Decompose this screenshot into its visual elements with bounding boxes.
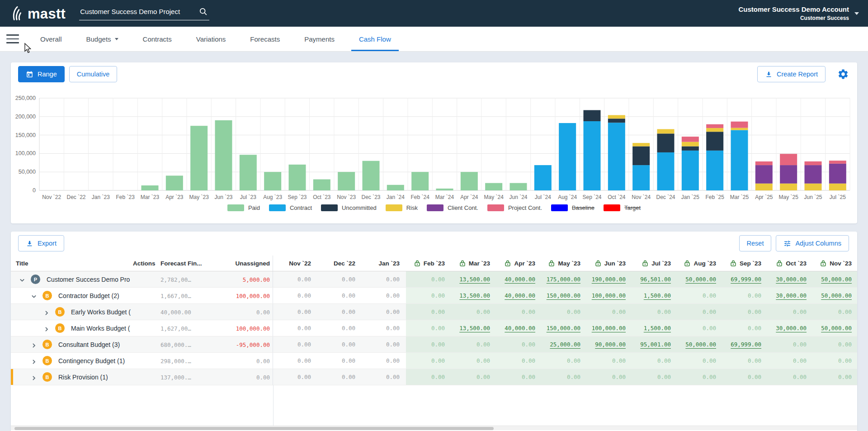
adjust-columns-button[interactable]: Adjust Columns bbox=[776, 235, 849, 251]
bar-segment[interactable] bbox=[608, 118, 625, 123]
legend-item-client-cont-[interactable]: Client Cont. bbox=[427, 204, 478, 211]
tab-variations[interactable]: Variations bbox=[184, 27, 238, 51]
bar-segment[interactable] bbox=[411, 172, 429, 190]
table-row[interactable]: BMain Works Budget (1,627,00…100,000.000… bbox=[11, 320, 857, 336]
bar-segment[interactable] bbox=[755, 165, 773, 184]
legend-item-risk[interactable]: Risk bbox=[386, 204, 418, 211]
bar-segment[interactable] bbox=[731, 122, 748, 128]
bar-segment[interactable] bbox=[632, 165, 650, 190]
column-header[interactable]: Unassigned bbox=[235, 260, 270, 267]
cashflow-value-link[interactable]: 50,000.00 bbox=[821, 276, 852, 283]
bar-segment[interactable] bbox=[657, 152, 675, 190]
bar-segment[interactable] bbox=[805, 184, 822, 190]
cashflow-value-link[interactable]: 175,000.00 bbox=[547, 276, 580, 283]
column-header[interactable]: Actions bbox=[133, 260, 156, 267]
bar-segment[interactable] bbox=[559, 123, 576, 190]
bar-segment[interactable] bbox=[461, 172, 478, 190]
tab-payments[interactable]: Payments bbox=[292, 27, 347, 51]
bar-segment[interactable] bbox=[829, 184, 846, 190]
cashflow-value-link[interactable]: 30,000.00 bbox=[776, 292, 807, 299]
legend-item-contract[interactable]: Contract bbox=[269, 204, 312, 211]
cumulative-button[interactable]: Cumulative bbox=[69, 66, 118, 82]
month-column-header[interactable]: Dec `22 bbox=[317, 256, 362, 271]
cashflow-value-link[interactable]: 1,500.00 bbox=[644, 292, 671, 299]
bar-segment[interactable] bbox=[657, 133, 675, 152]
bar-segment[interactable] bbox=[682, 151, 699, 190]
cashflow-value-link[interactable]: 30,000.00 bbox=[776, 325, 807, 332]
chart-settings-button[interactable] bbox=[837, 68, 849, 80]
bar-segment[interactable] bbox=[682, 142, 699, 147]
mastt-logo[interactable]: mastt bbox=[0, 6, 66, 21]
bar-segment[interactable] bbox=[780, 165, 797, 184]
chevron-down-icon[interactable] bbox=[19, 277, 25, 282]
bar-segment[interactable] bbox=[363, 161, 380, 190]
month-column-header[interactable]: Oct `23 bbox=[768, 256, 813, 271]
row-title[interactable]: Customer Success Demo Pro bbox=[47, 276, 130, 283]
bar-segment[interactable] bbox=[829, 164, 846, 184]
bar-segment[interactable] bbox=[731, 130, 748, 190]
month-column-header[interactable]: Apr `23 bbox=[496, 256, 542, 271]
cashflow-value-link[interactable]: 25,000.00 bbox=[550, 341, 580, 348]
month-column-header[interactable]: Nov `23 bbox=[813, 256, 857, 271]
cashflow-value-link[interactable]: 40,000.00 bbox=[505, 276, 535, 283]
chevron-right-icon[interactable] bbox=[31, 374, 37, 380]
legend-item-baseline[interactable]: Baseline bbox=[551, 204, 594, 211]
cashflow-value-link[interactable]: 40,000.00 bbox=[505, 325, 535, 332]
row-title[interactable]: Main Works Budget ( bbox=[71, 325, 130, 332]
month-column-header[interactable]: Jun `23 bbox=[587, 256, 632, 271]
cashflow-value-link[interactable]: 150,000.00 bbox=[547, 292, 580, 299]
bar-segment[interactable] bbox=[584, 110, 601, 121]
row-title[interactable]: Contractor Budget (2) bbox=[58, 292, 119, 299]
cashflow-value-link[interactable]: 50,000.00 bbox=[685, 276, 716, 283]
scrollbar-thumb[interactable] bbox=[14, 427, 494, 430]
range-button[interactable]: Range bbox=[18, 66, 65, 82]
bar-segment[interactable] bbox=[534, 165, 552, 190]
tab-overall[interactable]: Overall bbox=[28, 27, 74, 51]
table-row[interactable]: BConsultant Budget (3)680,000.…-95,000.0… bbox=[11, 336, 857, 353]
month-column-header[interactable]: Jan `23 bbox=[362, 256, 406, 271]
cashflow-value-link[interactable]: 50,000.00 bbox=[685, 341, 716, 348]
row-title[interactable]: Consultant Budget (3) bbox=[58, 341, 120, 348]
legend-item-paid[interactable]: Paid bbox=[227, 204, 260, 211]
reset-button[interactable]: Reset bbox=[739, 235, 772, 251]
account-caret-icon[interactable] bbox=[854, 12, 859, 15]
tab-forecasts[interactable]: Forecasts bbox=[238, 27, 292, 51]
bar-segment[interactable] bbox=[706, 151, 723, 190]
bar-segment[interactable] bbox=[338, 172, 355, 190]
column-header[interactable]: Forecast Fin... bbox=[160, 260, 202, 267]
bar-segment[interactable] bbox=[608, 115, 625, 119]
tab-budgets[interactable]: Budgets bbox=[74, 27, 131, 51]
cashflow-value-link[interactable]: 50,000.00 bbox=[821, 292, 852, 299]
month-column-header[interactable]: Sep `23 bbox=[722, 256, 768, 271]
bar-segment[interactable] bbox=[313, 180, 330, 190]
month-column-header[interactable]: Nov `22 bbox=[273, 256, 317, 271]
chevron-right-icon[interactable] bbox=[44, 309, 49, 315]
tab-cash-flow[interactable]: Cash Flow bbox=[347, 27, 403, 51]
bar-segment[interactable] bbox=[142, 185, 159, 190]
search-icon[interactable] bbox=[199, 7, 208, 16]
bar-segment[interactable] bbox=[731, 128, 748, 130]
create-report-button[interactable]: Create Report bbox=[757, 66, 826, 82]
cashflow-value-link[interactable]: 95,001.00 bbox=[640, 341, 671, 348]
bar-segment[interactable] bbox=[805, 165, 822, 184]
bar-segment[interactable] bbox=[436, 189, 453, 190]
chevron-right-icon[interactable] bbox=[31, 342, 37, 347]
chevron-right-icon[interactable] bbox=[44, 326, 49, 331]
table-row[interactable]: BContractor Budget (2)1,667,00…100,000.0… bbox=[11, 288, 857, 304]
cashflow-value-link[interactable]: 69,999.00 bbox=[731, 276, 761, 283]
cashflow-value-link[interactable]: 13,500.00 bbox=[459, 292, 490, 299]
bar-segment[interactable] bbox=[510, 183, 527, 190]
table-row[interactable]: PCustomer Success Demo Pro2,782,00…5,000… bbox=[11, 271, 857, 288]
bar-segment[interactable] bbox=[682, 146, 699, 150]
table-row[interactable]: BContingency Budget (1)298,000.…0.000.00… bbox=[11, 353, 857, 369]
table-row[interactable]: BRisk Provision (1)137,000.…0.000.000.00… bbox=[11, 369, 857, 385]
account-menu[interactable]: Customer Success Demo Account Customer S… bbox=[738, 5, 868, 21]
month-column-header[interactable]: Feb `23 bbox=[406, 256, 451, 271]
bar-segment[interactable] bbox=[584, 121, 601, 190]
horizontal-scrollbar[interactable] bbox=[11, 426, 857, 430]
cashflow-value-link[interactable]: 30,000.00 bbox=[776, 276, 807, 283]
legend-item-project-cont-[interactable]: Project Cont. bbox=[487, 204, 542, 211]
cashflow-value-link[interactable]: 90,000.00 bbox=[595, 341, 626, 348]
bar-segment[interactable] bbox=[780, 184, 797, 190]
bar-segment[interactable] bbox=[387, 185, 404, 190]
